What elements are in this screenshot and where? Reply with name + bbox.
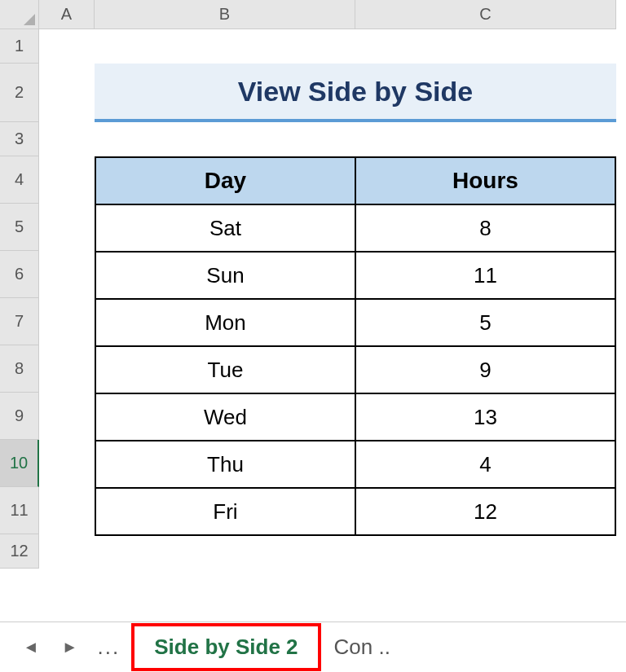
table-row: Sat 8 [95, 204, 615, 252]
tab-con[interactable]: Con .. [328, 626, 397, 668]
row-header-4[interactable]: 4 [0, 156, 39, 204]
header-hours[interactable]: Hours [355, 157, 615, 204]
row-header-10[interactable]: 10 [0, 440, 39, 487]
row-header-5[interactable]: 5 [0, 204, 39, 251]
table-row: Wed 13 [95, 393, 615, 441]
column-header-c[interactable]: C [355, 0, 616, 29]
table-header-row: Day Hours [95, 157, 615, 204]
cell-day[interactable]: Wed [95, 393, 355, 441]
row-header-6[interactable]: 6 [0, 251, 39, 298]
row-header-2[interactable]: 2 [0, 64, 39, 122]
row-header-1[interactable]: 1 [0, 29, 39, 64]
cell-hours[interactable]: 12 [355, 488, 615, 535]
cell-hours[interactable]: 11 [355, 252, 615, 299]
tab-nav-more-icon[interactable]: ... [93, 635, 126, 660]
cell-day[interactable]: Tue [95, 346, 355, 393]
cell-hours[interactable]: 13 [355, 393, 615, 441]
cell-hours[interactable]: 5 [355, 299, 615, 346]
grid-body: 1 2 3 4 5 6 7 8 9 10 11 12 View Side by … [0, 29, 626, 621]
cell-hours[interactable]: 8 [355, 204, 615, 252]
column-header-b[interactable]: B [95, 0, 355, 29]
cell-day[interactable]: Sun [95, 252, 355, 299]
row-header-7[interactable]: 7 [0, 298, 39, 345]
header-row: A B C [0, 0, 626, 29]
cell-day[interactable]: Sat [95, 204, 355, 252]
table-row: Fri 12 [95, 488, 615, 535]
table-row: Sun 11 [95, 252, 615, 299]
tab-nav-next-icon[interactable]: ► [54, 633, 86, 661]
cell-day[interactable]: Fri [95, 488, 355, 535]
cell-day[interactable]: Mon [95, 299, 355, 346]
tab-nav-prev-icon[interactable]: ◄ [15, 633, 47, 661]
tab-side-by-side-2[interactable]: Side by Side 2 [131, 623, 320, 671]
cell-hours[interactable]: 9 [355, 346, 615, 393]
cell-day[interactable]: Thu [95, 441, 355, 488]
cell-hours[interactable]: 4 [355, 441, 615, 488]
row-header-9[interactable]: 9 [0, 393, 39, 440]
column-header-a[interactable]: A [39, 0, 95, 29]
row-header-12[interactable]: 12 [0, 534, 39, 569]
sheet-tabs-bar: ◄ ► ... Side by Side 2 Con .. [0, 621, 626, 672]
row-header-11[interactable]: 11 [0, 487, 39, 534]
row-headers: 1 2 3 4 5 6 7 8 9 10 11 12 [0, 29, 39, 621]
row-header-3[interactable]: 3 [0, 122, 39, 156]
data-table: Day Hours Sat 8 Sun 11 Mon 5 [95, 156, 616, 536]
header-day[interactable]: Day [95, 157, 355, 204]
column-headers: A B C [39, 0, 616, 29]
cells-area[interactable]: View Side by Side Day Hours Sat 8 Sun [39, 29, 626, 621]
table-row: Mon 5 [95, 299, 615, 346]
select-all-corner[interactable] [0, 0, 39, 29]
table-row: Thu 4 [95, 441, 615, 488]
excel-spreadsheet: A B C 1 2 3 4 5 6 7 8 9 10 11 12 View Si… [0, 0, 626, 672]
row-header-8[interactable]: 8 [0, 345, 39, 393]
title-cell[interactable]: View Side by Side [95, 64, 616, 122]
select-all-triangle-icon [24, 14, 35, 25]
table-row: Tue 9 [95, 346, 615, 393]
